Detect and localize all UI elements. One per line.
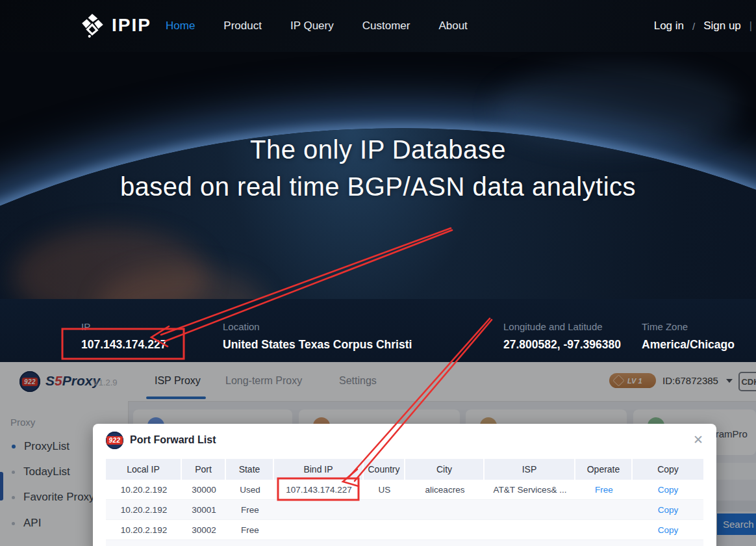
port-table-body: 10.20.2.19230000Used107.143.174.227USali… [106,480,703,546]
ip-value: 107.143.174.227 [81,338,166,352]
table-cell [575,520,633,540]
table-cell: 30003 [182,540,226,546]
copy-link[interactable]: Copy [633,500,703,519]
column-header: Copy [633,459,703,480]
ipip-logo-text: IPIP [112,15,151,36]
nav-menu: HomeProductIP QueryCustomerAbout [166,0,468,52]
info-field-ip: IP 107.143.174.227 [81,321,166,352]
hero-title: The only IP Database based on real time … [0,131,756,205]
table-row: 10.20.2.19230000Used107.143.174.227USali… [106,480,703,500]
table-cell [274,500,364,519]
ipip-logo[interactable]: IPIP [79,12,151,39]
info-label: IP [81,321,166,332]
info-field-location: Location United States Texas Corpus Chri… [223,321,412,352]
table-cell: Used [226,480,274,499]
column-header: City [405,459,485,480]
signup-link[interactable]: Sign up [703,20,741,32]
table-cell: aliceacres [405,480,485,499]
table-cell: 10.20.2.192 [106,480,182,499]
table-cell [364,540,405,546]
page: IPIP HomeProductIP QueryCustomerAbout Lo… [0,0,756,546]
hero-title-line1: The only IP Database [0,131,756,168]
table-cell: 30002 [182,520,226,540]
table-cell: 10.20.2.192 [106,500,182,519]
nav-item-home[interactable]: Home [166,20,195,32]
nav-auth: Log in / Sign up | [654,0,752,52]
table-cell [405,500,485,519]
table-cell: Free [226,500,274,519]
table-cell: 30000 [182,480,226,499]
hero-section: The only IP Database based on real time … [0,52,756,299]
nav-item-about[interactable]: About [438,20,467,32]
copy-link[interactable]: Copy [633,480,703,499]
port-forward-modal: 922 Port Forward List ✕ Local IPPortStat… [93,424,716,546]
table-cell: AT&T Services& ... [485,480,575,499]
table-cell [405,540,485,546]
table-cell [485,500,575,519]
edge-divider: | [750,20,752,32]
column-header: Country [364,459,405,480]
close-icon[interactable]: ✕ [693,432,703,447]
table-row: 10.20.2.19230003Free [106,540,703,546]
table-cell: US [364,480,405,499]
nav-item-product[interactable]: Product [223,20,262,32]
table-cell [274,540,364,546]
ipip-logo-icon [79,12,107,39]
operate-link[interactable]: Free [575,480,633,499]
modal-header: 922 Port Forward List ✕ [93,424,716,456]
table-cell: Free [226,540,274,546]
timezone-value: America/Chicago [642,338,735,352]
site-navbar: IPIP HomeProductIP QueryCustomerAbout Lo… [0,0,756,52]
login-link[interactable]: Log in [654,20,684,32]
copy-link[interactable]: Copy [633,520,703,540]
table-row: 10.20.2.19230001FreeCopy [106,500,703,520]
auth-separator: / [692,21,695,32]
table-cell [274,520,364,540]
table-cell: Free [226,520,274,540]
modal-title: Port Forward List [130,434,216,446]
info-label: Time Zone [642,321,735,332]
table-cell: 10.20.2.192 [106,540,182,546]
column-header: Local IP [106,459,182,480]
port-forward-table: Local IPPortStateBind IPCountryCityISPOp… [106,459,703,546]
table-row: 10.20.2.19230002FreeCopy [106,520,703,540]
modal-logo-badge: 922 [107,436,122,445]
column-header: Port [182,459,226,480]
ip-info-bar: IP 107.143.174.227 Location United State… [0,299,756,362]
column-header: Operate [575,459,633,480]
location-value: United States Texas Corpus Christi [223,338,412,352]
table-cell [485,540,575,546]
nav-item-customer[interactable]: Customer [362,20,410,32]
nav-item-ip-query[interactable]: IP Query [290,20,334,32]
column-header: ISP [485,459,575,480]
table-cell: 30001 [182,500,226,519]
hero-title-line2: based on real time BGP/ASN data analytic… [0,168,756,205]
info-label: Longitude and Latitude [503,321,621,332]
info-field-timezone: Time Zone America/Chicago [642,321,735,352]
table-cell: 107.143.174.227 [274,480,364,499]
table-cell [575,500,633,519]
longlat-value: 27.800582, -97.396380 [503,338,621,352]
table-cell [364,500,405,519]
modal-logo-icon: 922 [106,432,123,449]
column-header: Bind IP [274,459,364,480]
table-cell [485,520,575,540]
port-table-header: Local IPPortStateBind IPCountryCityISPOp… [106,459,703,480]
table-cell [633,540,703,546]
column-header: State [226,459,274,480]
table-cell [405,520,485,540]
info-label: Location [223,321,412,332]
table-cell [575,540,633,546]
table-cell: 10.20.2.192 [106,520,182,540]
info-field-longlat: Longitude and Latitude 27.800582, -97.39… [503,321,621,352]
table-cell [364,520,405,540]
